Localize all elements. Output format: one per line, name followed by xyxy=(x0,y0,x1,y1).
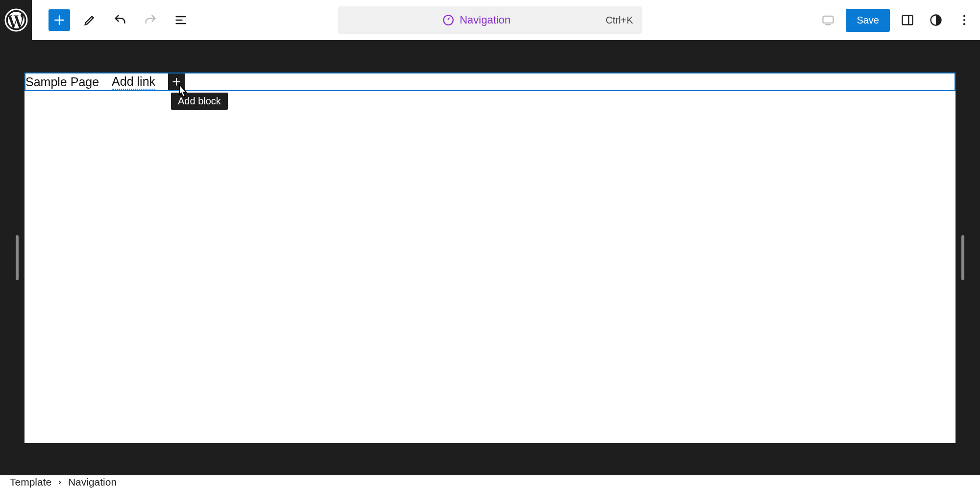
toolbar-left-group xyxy=(32,9,192,31)
block-inserter-button[interactable] xyxy=(49,9,70,31)
editor-viewport: Sample Page Add link Add block xyxy=(0,40,980,475)
navigation-icon xyxy=(442,14,455,26)
nav-item-sample-page[interactable]: Sample Page xyxy=(25,74,105,90)
add-link-placeholder[interactable]: Add link xyxy=(112,74,155,90)
undo-button[interactable] xyxy=(109,9,131,31)
tools-button[interactable] xyxy=(79,9,100,31)
resize-handle-left[interactable] xyxy=(16,235,19,280)
svg-point-8 xyxy=(963,23,965,25)
svg-rect-2 xyxy=(823,16,833,23)
document-title-wrap: Navigation xyxy=(347,14,606,26)
command-shortcut: Ctrl+K xyxy=(606,15,633,26)
save-button[interactable]: Save xyxy=(846,9,890,32)
options-button[interactable] xyxy=(954,9,975,31)
desktop-icon xyxy=(821,13,835,27)
block-breadcrumb: Template › Navigation xyxy=(0,475,980,489)
edit-icon xyxy=(83,13,97,27)
view-button[interactable] xyxy=(817,9,839,31)
list-view-icon xyxy=(174,13,188,27)
wordpress-icon xyxy=(4,8,28,32)
more-vertical-icon xyxy=(957,13,971,27)
styles-button[interactable] xyxy=(925,9,947,31)
svg-point-7 xyxy=(963,19,965,21)
chevron-right-icon: › xyxy=(58,477,61,487)
redo-icon xyxy=(144,13,157,27)
document-title: Navigation xyxy=(460,14,511,26)
settings-sidebar-button[interactable] xyxy=(897,9,918,31)
redo-button[interactable] xyxy=(140,9,161,31)
wordpress-logo[interactable] xyxy=(0,0,32,40)
svg-point-6 xyxy=(963,15,965,17)
editor-canvas[interactable]: Sample Page Add link Add block xyxy=(24,73,956,443)
resize-handle-right[interactable] xyxy=(961,235,964,280)
styles-icon xyxy=(929,13,943,27)
toolbar-right-group: Save xyxy=(817,9,975,32)
undo-icon xyxy=(113,13,127,27)
breadcrumb-root[interactable]: Template xyxy=(10,476,51,488)
sidebar-icon xyxy=(901,13,914,27)
list-view-button[interactable] xyxy=(170,9,192,31)
breadcrumb-current[interactable]: Navigation xyxy=(68,476,117,488)
navigation-block[interactable]: Sample Page Add link xyxy=(24,73,956,91)
top-toolbar: Navigation Ctrl+K Save xyxy=(0,0,980,40)
pointer-cursor xyxy=(174,83,192,103)
document-bar[interactable]: Navigation Ctrl+K xyxy=(338,6,642,34)
svg-rect-3 xyxy=(903,16,913,25)
plus-icon xyxy=(53,14,66,26)
